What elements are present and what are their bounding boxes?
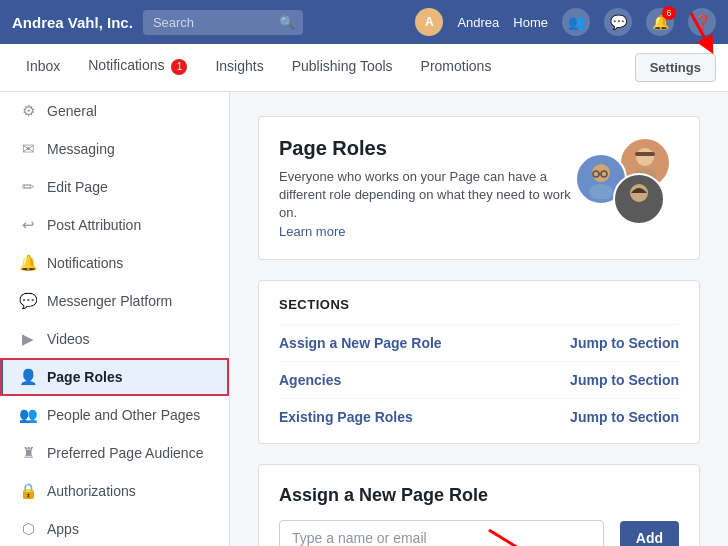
tab-notifications[interactable]: Notifications 1 [74,43,201,92]
sidebar-item-page-roles[interactable]: 👤 Page Roles [0,358,229,396]
sidebar-label-general: General [47,103,97,119]
auth-icon: 🔒 [19,482,37,500]
assign-jump-link[interactable]: Jump to Section [570,335,679,351]
avatar-3 [613,173,665,225]
people-icon: 👥 [19,406,37,424]
sections-heading: Sections [279,297,679,312]
sidebar-label-videos: Videos [47,331,90,347]
layout: ⚙ General ✉ Messaging ✏ Edit Page ↩ Post… [0,92,728,546]
page-name: Andrea Vahl, Inc. [12,14,133,31]
assign-role-row: Admin ✓ Editor Moderator Advertiser [279,520,679,546]
assign-link[interactable]: Assign a New Page Role [279,335,442,351]
messages-icon[interactable]: 💬 [604,8,632,36]
main-content: Page Roles Everyone who works on your Pa… [230,92,728,546]
sidebar-label-audience: Preferred Page Audience [47,445,203,461]
audience-icon: ♜ [19,444,37,462]
sidebar-item-general[interactable]: ⚙ General [0,92,229,130]
help-icon[interactable]: ❓ [688,8,716,36]
videos-icon: ▶ [19,330,37,348]
sidebar-item-people[interactable]: 👥 People and Other Pages [0,396,229,434]
tab-promotions[interactable]: Promotions [407,44,506,91]
svg-point-2 [636,148,654,166]
notif-badge: 1 [171,59,187,75]
existing-roles-link[interactable]: Existing Page Roles [279,409,413,425]
assign-role-card: Assign a New Page Role Admin ✓ Editor [258,464,700,546]
avatar-group [585,137,679,227]
top-nav-right: A Andrea Home 👥 💬 🔔 6 ❓ [415,8,716,36]
page-roles-header-card: Page Roles Everyone who works on your Pa… [258,116,700,260]
edit-icon: ✏ [19,178,37,196]
assign-role-title: Assign a New Page Role [279,485,679,506]
avatar: A [415,8,443,36]
sidebar-label-auth: Authorizations [47,483,136,499]
page-roles-icon: 👤 [19,368,37,386]
sidebar-label-post-attribution: Post Attribution [47,217,141,233]
home-link[interactable]: Home [513,15,548,30]
add-button[interactable]: Add [620,521,679,546]
sidebar-item-messaging[interactable]: ✉ Messaging [0,130,229,168]
svg-rect-4 [635,152,655,156]
agencies-link[interactable]: Agencies [279,372,341,388]
sidebar: ⚙ General ✉ Messaging ✏ Edit Page ↩ Post… [0,92,230,546]
sidebar-label-edit-page: Edit Page [47,179,108,195]
top-nav-left: Andrea Vahl, Inc. 🔍 [12,10,303,35]
tab-publishing-tools[interactable]: Publishing Tools [278,44,407,91]
section-row-existing: Existing Page Roles Jump to Section [279,398,679,435]
sidebar-item-messenger-platform[interactable]: 💬 Messenger Platform [0,282,229,320]
header-text: Page Roles Everyone who works on your Pa… [279,137,585,239]
sidebar-item-edit-page[interactable]: ✏ Edit Page [0,168,229,206]
sidebar-item-videos[interactable]: ▶ Videos [0,320,229,358]
sidebar-label-notifications: Notifications [47,255,123,271]
sidebar-label-messenger: Messenger Platform [47,293,172,309]
notifications-icon[interactable]: 🔔 6 [646,8,674,36]
svg-point-11 [627,204,651,219]
assign-input[interactable] [279,520,604,546]
agencies-jump-link[interactable]: Jump to Section [570,372,679,388]
sidebar-item-post-attribution[interactable]: ↩ Post Attribution [0,206,229,244]
sections-card: Sections Assign a New Page Role Jump to … [258,280,700,444]
top-nav: Andrea Vahl, Inc. 🔍 A Andrea Home 👥 💬 🔔 … [0,0,728,44]
settings-wrapper: Settings [635,53,716,82]
post-attribution-icon: ↩ [19,216,37,234]
avatar-3-svg [619,179,659,219]
search-wrapper: 🔍 [143,10,303,35]
sidebar-item-preferred-audience[interactable]: ♜ Preferred Page Audience [0,434,229,472]
learn-more-link[interactable]: Learn more [279,224,345,239]
sidebar-label-messaging: Messaging [47,141,115,157]
sidebar-label-people: People and Other Pages [47,407,200,423]
page-roles-title: Page Roles [279,137,585,160]
section-row-assign: Assign a New Page Role Jump to Section [279,324,679,361]
secondary-nav: Inbox Notifications 1 Insights Publishin… [0,44,728,92]
sidebar-item-notifications[interactable]: 🔔 Notifications [0,244,229,282]
section-row-agencies: Agencies Jump to Section [279,361,679,398]
search-icon: 🔍 [279,15,295,30]
messaging-icon: ✉ [19,140,37,158]
tab-inbox[interactable]: Inbox [12,44,74,91]
apps-icon: ⬡ [19,520,37,538]
tab-insights[interactable]: Insights [201,44,277,91]
general-icon: ⚙ [19,102,37,120]
sidebar-item-authorizations[interactable]: 🔒 Authorizations [0,472,229,510]
user-name: Andrea [457,15,499,30]
messenger-icon: 💬 [19,292,37,310]
notification-badge: 6 [662,6,676,20]
sidebar-label-page-roles: Page Roles [47,369,122,385]
notifications-sidebar-icon: 🔔 [19,254,37,272]
sidebar-label-apps: Apps [47,521,79,537]
page-roles-description: Everyone who works on your Page can have… [279,168,585,223]
existing-jump-link[interactable]: Jump to Section [570,409,679,425]
friends-icon[interactable]: 👥 [562,8,590,36]
settings-button[interactable]: Settings [635,53,716,82]
sidebar-item-apps[interactable]: ⬡ Apps [0,510,229,546]
svg-point-6 [589,184,613,199]
